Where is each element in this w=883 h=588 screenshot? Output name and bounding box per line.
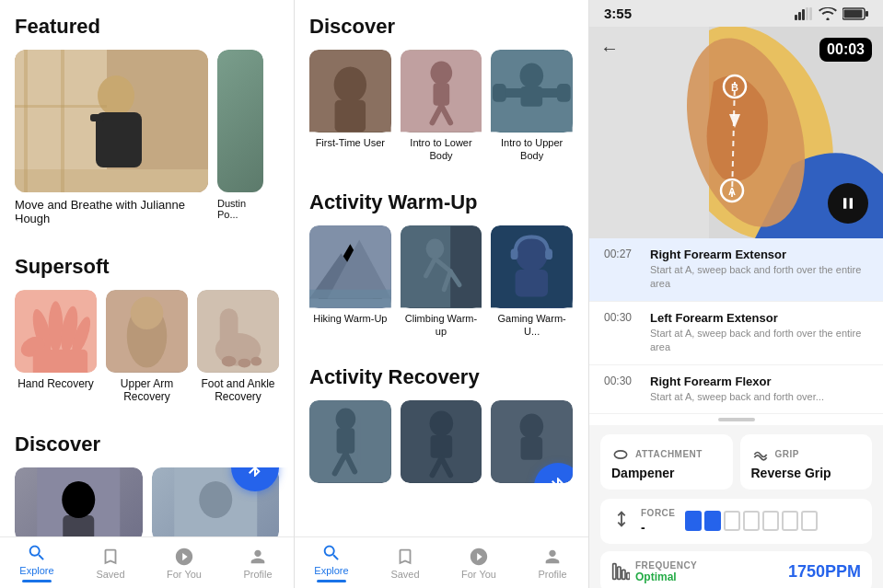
svg-rect-70 [430,435,452,458]
exercise-visual: B A 00:03 ← [589,27,883,238]
svg-text:A: A [728,186,736,197]
svg-rect-77 [798,12,801,20]
force-bars[interactable] [685,511,818,531]
svg-rect-82 [866,11,868,17]
recovery-card-3[interactable] [491,400,573,483]
discover-card-2[interactable]: Intro to Lower Body [401,50,482,163]
nav-explore-label-middle: Explore [314,565,348,576]
pause-button[interactable] [828,183,868,224]
nav-explore-label-left: Explore [19,565,53,576]
svg-point-23 [222,356,237,367]
featured-card-1-label: Move and Breathe with Julianne Hough [15,198,208,225]
featured-card-1[interactable]: Move and Breathe with Julianne Hough [15,50,208,225]
featured-card-2[interactable]: Dustin Po... [217,50,263,225]
supersoft-card-3-label: Foot and Ankle Recovery [197,377,279,403]
svg-rect-96 [618,567,621,579]
svg-point-94 [614,451,626,458]
force-bar-7 [801,511,818,531]
discover-card-1[interactable]: First-Time User [309,50,391,163]
nav-foryou-left[interactable]: For You [147,547,221,580]
exercise-time-2: 00:30 [604,311,639,355]
svg-point-25 [250,357,261,366]
svg-rect-78 [802,9,805,20]
warmup-card-1-label: Hiking Warm-Up [309,312,391,325]
nav-saved-left[interactable]: Saved [74,547,147,580]
nav-foryou-label-left: For You [167,569,202,580]
supersoft-card-1[interactable]: Hand Recovery [15,290,97,403]
svg-text:B: B [731,82,738,93]
force-bar-5 [762,511,779,531]
nav-saved-label-middle: Saved [390,569,419,580]
exercise-desc-3: Start at A, sweep back and forth over... [650,390,868,404]
force-icon-wrap [611,509,632,533]
nav-explore-left[interactable]: Explore [0,543,74,582]
discover-partial-1[interactable] [15,467,143,541]
nav-profile-label-middle: Profile [538,569,566,580]
nav-profile-label-left: Profile [243,569,272,580]
discover-title-left: Discover [0,418,294,467]
exercise-item-3[interactable]: 00:30 Right Forearm Flexor Start at A, s… [589,365,883,414]
nav-profile-left[interactable]: Profile [221,547,295,580]
status-icons [795,7,868,20]
discover-card-1-label: First-Time User [309,136,391,149]
warmup-card-2[interactable]: Climbing Warm-up [401,225,482,339]
grip-label: GRIP [775,449,799,459]
frequency-icon [611,562,630,581]
attachment-value: Dampener [611,466,722,480]
frequency-label: FREQUENCY [635,560,697,571]
back-button[interactable]: ← [600,38,619,59]
svg-point-12 [49,301,64,352]
nav-saved-label-left: Saved [96,569,124,580]
recovery-card-2[interactable] [401,400,482,483]
discover-card-2-label: Intro to Lower Body [401,136,482,163]
force-section: FORCE - [589,499,883,551]
supersoft-card-1-label: Hand Recovery [15,377,97,390]
supersoft-card-3[interactable]: Foot and Ankle Recovery [197,290,279,403]
force-label: FORCE [641,508,676,518]
svg-rect-22 [220,308,238,353]
force-bar-4 [743,511,760,531]
svg-point-74 [520,414,544,440]
nav-explore-middle[interactable]: Explore [295,543,368,582]
svg-point-24 [238,359,251,368]
force-value: - [641,520,676,535]
grip-card[interactable]: GRIP Reverse Grip [740,434,873,490]
svg-rect-33 [335,100,366,132]
svg-rect-36 [433,83,449,106]
svg-rect-16 [33,350,87,373]
force-icon [611,509,632,529]
frequency-card[interactable]: FREQUENCY Optimal 1750PPM [600,551,872,588]
grip-icon [751,445,770,464]
bottom-nav-middle: Explore Saved For You Profile [295,536,589,588]
exercise-timer: 00:03 [819,38,872,62]
svg-rect-5 [90,114,104,121]
force-bar-2 [704,511,721,531]
attachment-card[interactable]: ATTACHMENT Dampener [600,434,733,490]
exercise-info-3: Right Forearm Flexor Start at A, sweep b… [650,375,868,404]
nav-foryou-middle[interactable]: For You [442,547,516,580]
svg-point-30 [199,481,232,518]
force-bar-1 [685,511,702,531]
supersoft-card-2[interactable]: Upper Arm Recovery [106,290,188,403]
svg-rect-97 [622,571,625,580]
svg-point-63 [336,409,356,431]
featured-title: Featured [0,0,294,50]
force-info: FORCE - [641,508,676,535]
force-bar-3 [724,511,740,531]
exercise-name-2: Left Forearm Extensor [650,311,868,325]
discover-card-3[interactable]: Intro to Upper Body [491,50,573,163]
featured-card-2-label: Dustin Po... [217,198,263,220]
nav-foryou-label-middle: For You [461,569,496,580]
recovery-card-1[interactable] [309,400,391,483]
nav-saved-middle[interactable]: Saved [368,547,442,580]
force-bar-6 [782,511,798,531]
exercise-item-2[interactable]: 00:30 Left Forearm Extensor Start at A, … [589,302,883,365]
warmup-card-3[interactable]: Gaming Warm-U... [491,225,573,339]
exercise-info-1: Right Forearm Extensor Start at A, sweep… [650,248,868,292]
nav-profile-middle[interactable]: Profile [516,547,589,580]
warmup-card-3-label: Gaming Warm-U... [491,312,573,339]
warmup-card-1[interactable]: Hiking Warm-Up [309,225,391,339]
exercise-item-1[interactable]: 00:27 Right Forearm Extensor Start at A,… [589,238,883,302]
exercise-desc-1: Start at A, sweep back and forth over th… [650,263,868,292]
svg-point-3 [98,75,134,116]
